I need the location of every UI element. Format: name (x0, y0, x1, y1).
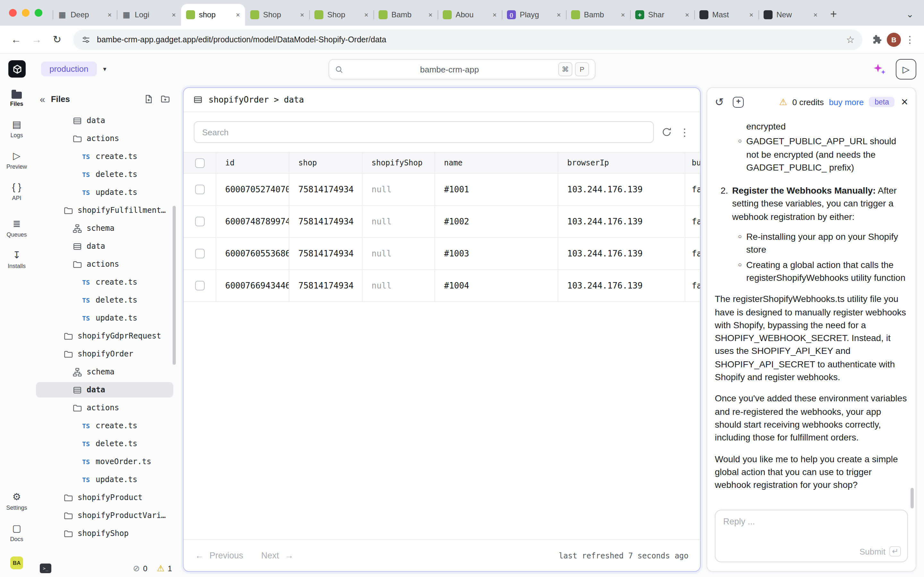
buy-more-link[interactable]: buy more (829, 97, 864, 107)
table-row[interactable]: 600074878997475814174934null#1002103.244… (184, 206, 700, 238)
file-tree-item[interactable]: shopifyShop (33, 524, 177, 542)
previous-page-button[interactable]: ←Previous (195, 551, 243, 560)
column-header[interactable]: name (435, 153, 558, 173)
history-icon[interactable]: ↺ (715, 97, 724, 107)
file-tree-item[interactable]: data (33, 237, 177, 255)
tab-close-icon[interactable]: × (428, 11, 433, 19)
table-menu-icon[interactable]: ⋮ (680, 126, 690, 138)
rail-item-api[interactable]: { }API (6, 181, 27, 201)
submit-button[interactable]: Submit↵ (859, 546, 901, 556)
browser-tab[interactable]: New× (758, 4, 822, 26)
zoom-window-button[interactable] (35, 9, 42, 17)
tab-overflow-chevron-icon[interactable]: ⌄ (906, 9, 914, 19)
assistant-transcript[interactable]: encrypted○GADGET_PUBLIC_APP_URL should n… (707, 116, 916, 504)
column-header[interactable]: shop (289, 153, 363, 173)
tab-close-icon[interactable]: × (493, 11, 497, 19)
new-file-icon[interactable] (144, 94, 154, 103)
environment-caret-icon[interactable]: ▾ (103, 65, 106, 73)
file-tree-item[interactable]: TScreate.ts (33, 417, 177, 435)
profile-avatar[interactable]: B (887, 32, 901, 47)
close-panel-icon[interactable]: × (901, 95, 908, 109)
file-tree-item[interactable]: actions (33, 399, 177, 417)
browser-tab[interactable]: Abou× (438, 4, 502, 26)
search-input[interactable] (194, 121, 654, 143)
browser-tab[interactable]: ▦Logi× (117, 4, 181, 26)
column-header[interactable]: browserIp (558, 153, 685, 173)
workspace-badge[interactable]: BA (10, 556, 23, 569)
browser-tab[interactable]: Bamb× (373, 4, 438, 26)
extensions-icon[interactable] (869, 34, 885, 45)
table-row[interactable]: 600076694344675814174934null#1004103.244… (184, 270, 700, 302)
site-settings-icon[interactable] (81, 35, 91, 44)
row-checkbox[interactable] (195, 281, 204, 290)
gadget-logo[interactable] (8, 60, 26, 77)
back-button[interactable]: ← (6, 34, 26, 45)
file-tree-item[interactable]: data (33, 381, 177, 399)
file-tree-item[interactable]: TSdelete.ts (33, 165, 177, 183)
column-header[interactable]: bu (685, 153, 700, 173)
next-page-button[interactable]: Next→ (261, 551, 294, 560)
tab-close-icon[interactable]: × (557, 11, 561, 19)
tab-close-icon[interactable]: × (172, 11, 176, 19)
rail-item-preview[interactable]: ▷Preview (6, 150, 27, 170)
row-checkbox[interactable] (195, 185, 204, 194)
file-tree-item[interactable]: TScreate.ts (33, 147, 177, 165)
file-tree-item[interactable]: shopifyGdprRequest (33, 327, 177, 345)
run-button[interactable]: ▷ (896, 59, 916, 79)
tab-close-icon[interactable]: × (749, 11, 753, 19)
tab-close-icon[interactable]: × (236, 11, 240, 19)
minimize-window-button[interactable] (22, 9, 29, 17)
refresh-icon[interactable] (662, 127, 672, 137)
table-row[interactable]: 600076055368675814174934null#1003103.244… (184, 238, 700, 270)
file-tree-item[interactable]: data (33, 111, 177, 129)
url-bar[interactable]: bambe-crm-app.gadget.app/edit/production… (73, 29, 863, 50)
rail-item-logs[interactable]: ▤Logs (6, 119, 27, 139)
file-tree-item[interactable]: TSupdate.ts (33, 183, 177, 201)
file-tree-item[interactable]: actions (33, 129, 177, 147)
file-tree-item[interactable]: shopifyProduct (33, 488, 177, 506)
file-tree-item[interactable]: TSdelete.ts (33, 435, 177, 453)
global-search[interactable]: bambe-crm-app ⌘ P (328, 59, 596, 79)
column-header[interactable]: shopifyShop (363, 153, 435, 173)
column-header[interactable]: id (216, 153, 289, 173)
tab-close-icon[interactable]: × (107, 11, 111, 19)
reload-button[interactable]: ↻ (47, 33, 67, 45)
file-tree-item[interactable]: TSupdate.ts (33, 471, 177, 488)
file-tree-item[interactable]: schema (33, 363, 177, 381)
file-tree-item[interactable]: TSmoveOrder.ts (33, 453, 177, 471)
chat-scrollbar[interactable] (911, 488, 914, 508)
collapse-sidebar-icon[interactable]: « (40, 93, 45, 104)
file-tree-item[interactable]: TSdelete.ts (33, 291, 177, 309)
rail-item-settings[interactable]: ⚙Settings (6, 491, 27, 511)
new-folder-icon[interactable] (160, 94, 171, 103)
browser-tab[interactable]: +Shar× (630, 4, 694, 26)
browser-tab[interactable]: Bamb× (566, 4, 630, 26)
browser-tab[interactable]: shop× (181, 4, 245, 26)
table-row[interactable]: 600070527407075814174934null#1001103.244… (184, 174, 700, 206)
row-checkbox[interactable] (195, 217, 204, 226)
row-checkbox[interactable] (195, 249, 204, 258)
ai-sparkle-icon[interactable] (873, 62, 887, 76)
rail-item-queues[interactable]: ≣Queues (6, 218, 27, 238)
browser-tab[interactable]: Shop× (309, 4, 373, 26)
browser-tab[interactable]: Mast× (694, 4, 758, 26)
forward-button[interactable]: → (27, 34, 46, 45)
file-tree-item[interactable]: schema (33, 219, 177, 237)
new-chat-icon[interactable]: + (733, 97, 744, 107)
file-tree-item[interactable]: TScreate.ts (33, 273, 177, 291)
rail-item-docs[interactable]: ▢Docs (6, 522, 27, 542)
tab-close-icon[interactable]: × (364, 11, 368, 19)
file-tree-item[interactable]: actions (33, 255, 177, 273)
environment-pill[interactable]: production (41, 61, 97, 76)
tab-close-icon[interactable]: × (621, 11, 625, 19)
tab-close-icon[interactable]: × (685, 11, 689, 19)
browser-tab[interactable]: {}Playg× (502, 4, 566, 26)
file-tree-item[interactable]: TSupdate.ts (33, 309, 177, 327)
close-window-button[interactable] (9, 9, 17, 17)
files-scrollbar[interactable] (173, 206, 176, 365)
rail-item-files[interactable]: Files (6, 89, 27, 107)
browser-tab[interactable]: ▦Deep× (53, 4, 117, 26)
browser-tab[interactable]: Shop× (245, 4, 309, 26)
rail-item-installs[interactable]: ↧Installs (6, 250, 27, 269)
terminal-icon[interactable]: >_ (40, 564, 51, 573)
